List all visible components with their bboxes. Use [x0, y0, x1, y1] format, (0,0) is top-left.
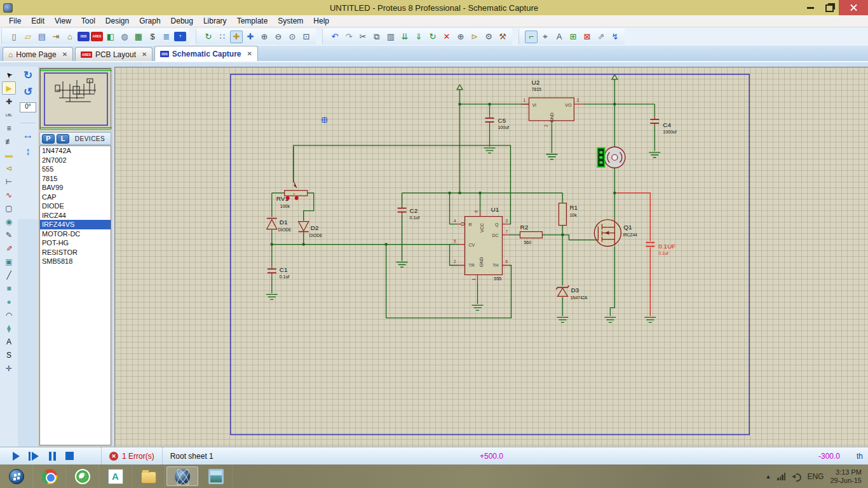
property-assignment-icon[interactable]: A [553, 30, 566, 43]
pick-device-icon[interactable]: ⊕ [454, 30, 467, 43]
save-project-icon[interactable]: ▤ [36, 30, 48, 43]
device-item-pot-hg[interactable]: POT-HG [40, 238, 111, 248]
component-d2-diode[interactable]: D2 DIODE [299, 222, 323, 238]
2d-line-mode-icon[interactable]: ╱ [2, 268, 16, 281]
import-project-icon[interactable]: ⇥ [50, 30, 62, 43]
device-item-2n7002[interactable]: 2N7002 [40, 156, 111, 165]
play-button[interactable] [13, 452, 20, 461]
file-explorer[interactable] [132, 464, 165, 488]
device-item-555[interactable]: 555 [40, 165, 111, 174]
step-button[interactable] [29, 452, 39, 461]
voltage-probe-mode-icon[interactable]: ✎ [2, 228, 16, 241]
block-copy-icon[interactable]: ⇊ [398, 30, 411, 43]
2d-symbol-mode-icon[interactable]: S [2, 348, 16, 362]
block-delete-icon[interactable]: ✕ [440, 30, 453, 43]
erc-report-icon[interactable]: ↯ [609, 30, 621, 43]
decompose-icon[interactable]: ⚒ [496, 30, 509, 43]
device-item-cap[interactable]: CAP [40, 193, 111, 202]
paste-icon[interactable]: ▥ [384, 30, 397, 43]
component-r2[interactable]: R2 560 [520, 224, 542, 245]
tab-home-page[interactable]: ⌂Home Page✕ [3, 47, 73, 61]
wires[interactable] [272, 79, 654, 318]
home-page-icon[interactable]: ⌂ [64, 30, 76, 43]
bill-of-materials-icon[interactable]: $ [146, 30, 159, 43]
overview-minimap[interactable] [39, 68, 111, 130]
menu-template[interactable]: Template [232, 16, 273, 26]
junction-dot-mode-icon[interactable]: ✚ [2, 95, 16, 108]
wire-autorouter-icon[interactable]: ⌐ [525, 30, 538, 43]
stop-button[interactable] [65, 452, 74, 460]
chrome-app[interactable] [33, 464, 66, 488]
device-item-ircz44[interactable]: IRCZ44 [40, 211, 111, 220]
make-device-icon[interactable]: ⊳ [468, 30, 481, 43]
rotate-anticlockwise-icon[interactable]: ↺ [24, 83, 32, 100]
restore-button[interactable] [820, 0, 839, 15]
3d-visualizer-icon[interactable]: ◍ [118, 30, 131, 43]
green-app[interactable] [66, 464, 99, 488]
remove-sheet-icon[interactable]: ⊠ [581, 30, 593, 43]
terminal-mode-icon[interactable]: ⊲ [2, 161, 16, 175]
component-d3-zener[interactable]: D3 1N4742A [556, 285, 588, 300]
component-u2-7815[interactable]: U2 7815 VI VO GND 1 3 2 [523, 79, 579, 127]
2d-box-mode-icon[interactable]: ■ [2, 281, 16, 295]
subcircuit-mode-icon[interactable]: ▬ [2, 148, 16, 161]
menu-system[interactable]: System [273, 16, 308, 26]
close-tab-icon[interactable]: ✕ [247, 50, 252, 57]
search-tag-icon[interactable]: ⌖ [539, 30, 552, 43]
selection-mode-icon[interactable]: ➤ [2, 68, 16, 81]
goto-sheet-icon[interactable]: ⇗ [595, 30, 607, 43]
2d-circle-mode-icon[interactable]: ● [2, 295, 16, 308]
wire-label-mode-icon[interactable]: LBL [2, 108, 16, 121]
device-item-resistor[interactable]: RESISTOR [40, 248, 111, 257]
component-mode-icon[interactable]: ▶ [2, 81, 16, 95]
volume-icon[interactable] [792, 473, 801, 480]
menu-edit[interactable]: Edit [26, 16, 50, 26]
menu-help[interactable]: Help [308, 16, 334, 26]
schematic-canvas[interactable]: U2 7815 VI VO GND 1 3 2 C5 C4 C2 C1 100u… [114, 67, 868, 447]
text-script-mode-icon[interactable]: ≡ [2, 121, 16, 135]
language-indicator[interactable]: ENG [807, 472, 824, 481]
zoom-out-icon[interactable]: ⊖ [272, 30, 285, 43]
start-button[interactable] [0, 464, 33, 488]
component-r1[interactable]: R1 10k [559, 203, 578, 226]
close-button[interactable] [839, 0, 868, 15]
menu-graph[interactable]: Graph [134, 16, 165, 26]
2d-arc-mode-icon[interactable]: ◠ [2, 308, 16, 322]
design-explorer-icon[interactable]: ▦ [132, 30, 145, 43]
current-probe-mode-icon[interactable]: ✎ [2, 241, 16, 255]
device-item-irfz44vs[interactable]: IRFZ44VS [40, 220, 111, 229]
cut-icon[interactable]: ✂ [356, 30, 369, 43]
menu-design[interactable]: Design [100, 16, 134, 26]
component-d1-diode[interactable]: D1 DIODE [267, 219, 292, 232]
undo-icon[interactable]: ↶ [329, 30, 341, 43]
library-manager-button[interactable]: L [57, 134, 69, 144]
graph-mode-icon[interactable]: ∿ [2, 188, 16, 201]
rotate-clockwise-icon[interactable]: ↻ [24, 67, 32, 83]
tab-schematic-capture[interactable]: ISISSchematic Capture✕ [154, 46, 258, 61]
error-section[interactable]: ✕ 1 Error(s) [102, 447, 163, 464]
device-pin-mode-icon[interactable]: ⊢ [2, 175, 16, 188]
device-item-smb5818[interactable]: SMB5818 [40, 257, 111, 266]
component-q1-mosfet[interactable]: Q1 IRCZ44 [594, 220, 637, 247]
schematic-capture-module-icon[interactable]: ISIS [78, 32, 90, 41]
minimize-button[interactable] [801, 0, 820, 15]
network-icon[interactable] [777, 473, 785, 480]
electrical-report-icon[interactable]: ≣ [160, 30, 173, 43]
menu-library[interactable]: Library [198, 16, 232, 26]
menu-debug[interactable]: Debug [166, 16, 198, 26]
pause-button[interactable] [48, 452, 57, 461]
selected-capacitor-net[interactable] [616, 193, 654, 316]
2d-marker-mode-icon[interactable]: ✛ [2, 362, 16, 375]
zoom-area-icon[interactable]: ⊡ [300, 30, 313, 43]
2d-text-mode-icon[interactable]: A [2, 335, 16, 348]
component-rv1-pot[interactable]: × RV1 100k [276, 181, 308, 208]
bus-mode-icon[interactable]: ≢ [2, 135, 16, 148]
block-rotate-icon[interactable]: ↻ [426, 30, 439, 43]
device-item-motor-dc[interactable]: MOTOR-DC [40, 229, 111, 239]
2d-path-mode-icon[interactable]: ⧫ [2, 322, 16, 335]
virtual-instruments-mode-icon[interactable]: ▣ [2, 255, 16, 268]
capacitor-plates[interactable] [268, 118, 659, 273]
pcb-layout-module-icon[interactable]: ARES [91, 32, 103, 41]
active-popup-mode-icon[interactable]: ▢ [2, 201, 16, 215]
flip-horizontal-icon[interactable]: ↔ [23, 127, 34, 144]
